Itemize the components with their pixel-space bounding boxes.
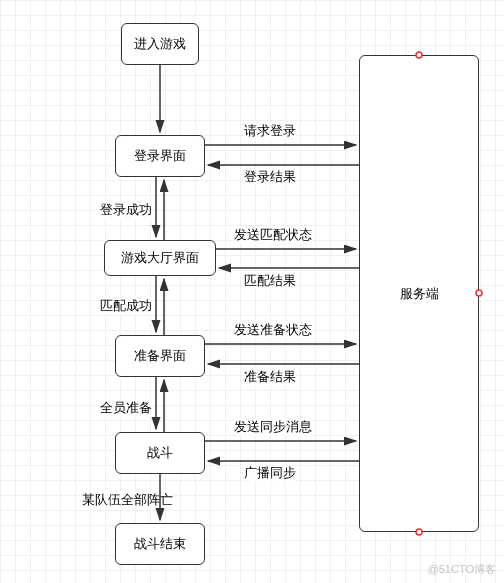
node-server: 服务端 bbox=[359, 55, 479, 532]
node-end: 战斗结束 bbox=[115, 523, 205, 565]
label-broadcast: 广播同步 bbox=[244, 464, 296, 482]
label-team-dead: 某队伍全部阵亡 bbox=[82, 491, 173, 509]
node-enter: 进入游戏 bbox=[121, 23, 199, 65]
label-send-match: 发送匹配状态 bbox=[234, 226, 312, 244]
label-match-success: 匹配成功 bbox=[100, 297, 152, 315]
node-login: 登录界面 bbox=[115, 135, 205, 177]
label-send-ready: 发送准备状态 bbox=[234, 321, 312, 339]
label-match-result: 匹配结果 bbox=[244, 272, 296, 290]
node-ready: 准备界面 bbox=[115, 335, 205, 377]
label-login-result: 登录结果 bbox=[244, 168, 296, 186]
label-all-ready: 全员准备 bbox=[100, 399, 152, 417]
node-lobby: 游戏大厅界面 bbox=[104, 240, 216, 276]
node-battle: 战斗 bbox=[115, 432, 205, 474]
label-ready-result: 准备结果 bbox=[244, 368, 296, 386]
watermark: @51CTO博客 bbox=[428, 562, 496, 577]
label-login-success: 登录成功 bbox=[100, 201, 152, 219]
label-req-login: 请求登录 bbox=[244, 122, 296, 140]
label-send-sync: 发送同步消息 bbox=[234, 418, 312, 436]
